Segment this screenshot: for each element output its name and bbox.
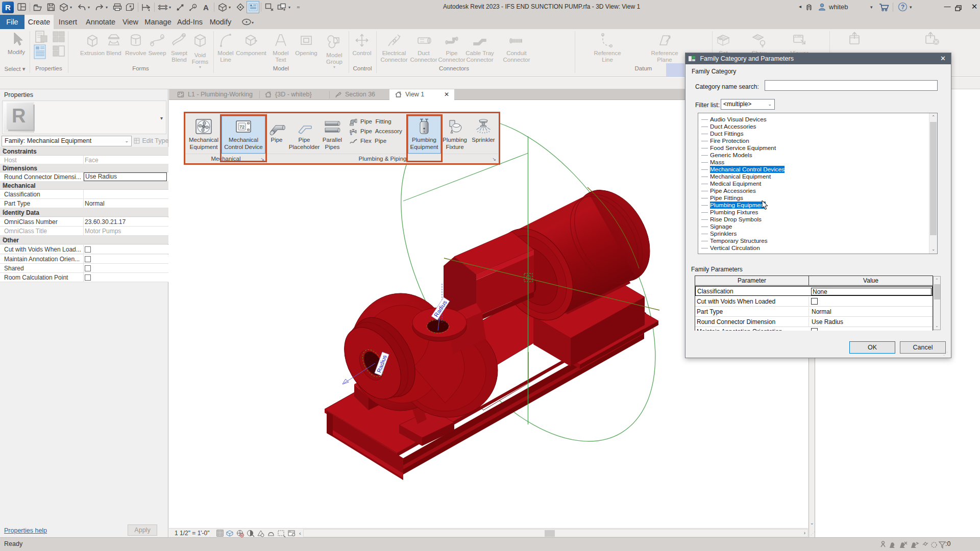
svg-text:?: ? [901,4,904,11]
svg-text:▾: ▾ [252,20,254,25]
svg-text:‹: ‹ [299,530,301,536]
